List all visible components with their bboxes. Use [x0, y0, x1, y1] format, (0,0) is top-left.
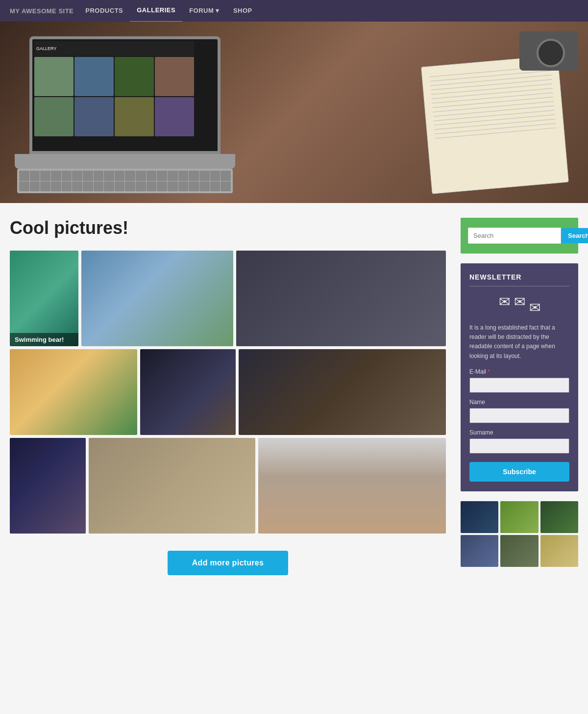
- search-input[interactable]: [468, 228, 561, 244]
- navbar: MY AWESOME SITE PRODUCTS GALLERIES FORUM…: [0, 0, 588, 22]
- sparkler-image: [239, 349, 446, 435]
- thumb-7: [115, 97, 154, 136]
- newsletter-box: NEWSLETTER ✉ ✉ ✉ It is a long establishe…: [461, 263, 578, 491]
- laptop-screen: GALLERY: [29, 36, 220, 154]
- gallery-row-3: [10, 438, 446, 534]
- bear-image: [10, 251, 78, 346]
- newsletter-divider: [469, 286, 569, 286]
- mail-icon-2: ✉: [514, 294, 525, 316]
- thumb-6: [74, 97, 114, 136]
- add-more-button[interactable]: Add more pictures: [168, 551, 288, 575]
- subscribe-button[interactable]: Subscribe: [469, 462, 569, 482]
- sidebar-thumb-4[interactable]: [461, 535, 498, 567]
- notebook-image: [421, 55, 569, 194]
- gallery-grid: Swimming bear!: [10, 251, 446, 534]
- thumb-8: [155, 97, 194, 136]
- email-label: E-Mail *: [469, 368, 569, 375]
- hero-banner: GALLERY: [0, 22, 588, 203]
- gallery-item-girl[interactable]: [10, 349, 137, 435]
- sidebar: Search NEWSLETTER ✉ ✉ ✉ It is a long est…: [461, 218, 578, 585]
- laptop-image: GALLERY: [15, 36, 255, 193]
- gallery-item-shoes[interactable]: [236, 251, 446, 346]
- email-input[interactable]: [469, 378, 569, 393]
- gallery-item-sparkler[interactable]: [239, 349, 446, 435]
- newsletter-title: NEWSLETTER: [469, 273, 569, 281]
- name-input[interactable]: [469, 408, 569, 423]
- nav-brand: MY AWESOME SITE: [10, 7, 74, 15]
- dog-image: [258, 438, 446, 534]
- name-label: Name: [469, 399, 569, 406]
- thumb-1: [34, 57, 74, 96]
- camera-image: [519, 31, 578, 71]
- nav-shop[interactable]: SHOP: [226, 0, 259, 22]
- gallery-item-bulb[interactable]: [10, 438, 86, 534]
- page-title: Cool pictures!: [10, 218, 446, 238]
- girl-image: [10, 349, 137, 435]
- thumb-2: [74, 57, 114, 96]
- laptop-keyboard: [17, 169, 233, 193]
- main-content: Cool pictures! Swimming bear!: [10, 218, 446, 585]
- required-star: *: [488, 368, 490, 375]
- shoes-image: [236, 251, 446, 346]
- gallery-item-boat[interactable]: [81, 251, 233, 346]
- main-container: Cool pictures! Swimming bear!: [0, 203, 588, 600]
- nav-products[interactable]: PRODUCTS: [78, 0, 130, 22]
- gallery-row-2: [10, 349, 446, 435]
- gallery-item-dog[interactable]: [258, 438, 446, 534]
- nav-galleries[interactable]: GALLERIES: [130, 0, 182, 23]
- nav-forum[interactable]: FORUM ▾: [182, 0, 226, 22]
- search-button[interactable]: Search: [561, 228, 588, 243]
- mail-icon-1: ✉: [499, 294, 510, 316]
- bulb-image: [10, 438, 86, 534]
- sidebar-thumb-5[interactable]: [500, 535, 538, 567]
- thumb-5: [34, 97, 74, 136]
- surname-input[interactable]: [469, 438, 569, 454]
- gallery-label: GALLERY: [34, 41, 194, 56]
- tower-image: [89, 438, 255, 534]
- clock-image: [140, 349, 236, 435]
- bear-caption: Swimming bear!: [10, 333, 78, 346]
- newsletter-body: It is a long established fact that a rea…: [469, 323, 569, 361]
- surname-label: Surname: [469, 429, 569, 436]
- mail-icons: ✉ ✉ ✉: [469, 294, 569, 316]
- mail-icon-3: ✉: [529, 300, 540, 316]
- gallery-item-clock[interactable]: [140, 349, 236, 435]
- gallery-item-bear[interactable]: Swimming bear!: [10, 251, 78, 346]
- sidebar-thumb-1[interactable]: [461, 501, 498, 533]
- search-box: Search: [461, 218, 578, 254]
- sidebar-thumb-2[interactable]: [500, 501, 538, 533]
- laptop-body: [15, 154, 235, 169]
- thumb-3: [115, 57, 154, 96]
- gallery-row-1: Swimming bear!: [10, 251, 446, 346]
- thumb-4: [155, 57, 194, 96]
- sidebar-thumb-3[interactable]: [540, 501, 578, 533]
- gallery-item-tower[interactable]: [89, 438, 255, 534]
- sidebar-thumb-6[interactable]: [540, 535, 578, 567]
- add-more-section: Add more pictures: [10, 551, 446, 575]
- sidebar-thumbnail-grid: [461, 501, 578, 567]
- boat-image: [81, 251, 233, 346]
